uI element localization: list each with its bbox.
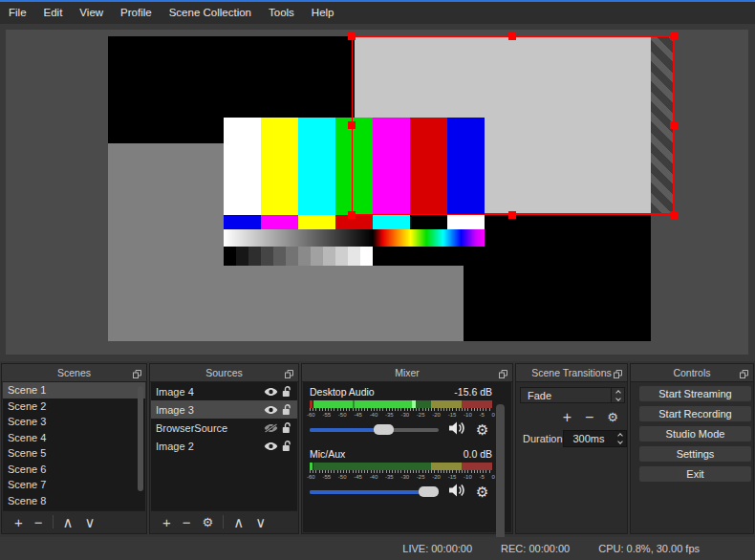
start-streaming-button[interactable]: Start Streaming [639, 386, 751, 401]
combo-spinner-arrows[interactable] [611, 388, 624, 402]
menu-file[interactable]: File [0, 2, 35, 24]
speaker-icon[interactable] [448, 420, 467, 440]
scenes-panel-title: Scenes [57, 367, 91, 378]
scene-list-item[interactable]: Scene 7 [3, 477, 145, 493]
preview-area [0, 24, 755, 361]
channel-name: Mic/Aux [310, 448, 345, 461]
visibility-hidden-eye-icon[interactable] [264, 423, 278, 433]
source-properties-gear-button[interactable]: ⚙ [197, 511, 220, 533]
black-fill [373, 247, 485, 266]
mixer-channel-desktop-audio: Desktop Audio -15.6 dB -60-55-50-45-40-3… [310, 386, 492, 437]
sources-panel-header[interactable]: Sources [150, 364, 298, 382]
source-list-item[interactable]: Image 4 [151, 382, 297, 400]
selection-handle-middle-right[interactable] [670, 121, 678, 129]
menu-bar: File Edit View Profile Scene Collection … [0, 2, 755, 24]
scenes-toolbar: + − ∧ ∨ [3, 510, 145, 532]
scene-list-item[interactable]: Scene 6 [3, 462, 145, 478]
float-dock-icon[interactable] [740, 369, 748, 380]
scene-list-item[interactable]: Scene 2 [3, 398, 145, 415]
transition-properties-gear-button[interactable]: ⚙ [600, 406, 625, 428]
scene-list-scrollbar[interactable] [138, 386, 143, 491]
volume-slider[interactable] [310, 428, 439, 432]
selection-bounding-box[interactable] [352, 36, 674, 215]
selection-handle-bottom-left[interactable] [348, 211, 356, 219]
scene-list-item[interactable]: Scene 5 [3, 445, 145, 462]
live-time-status: LIVE: 00:00:00 [402, 543, 472, 554]
scenes-panel-header[interactable]: Scenes [2, 364, 146, 382]
move-source-up-button[interactable]: ∧ [227, 511, 249, 533]
scene-list-item[interactable]: Scene 1 [3, 382, 145, 398]
selection-handle-top-left[interactable] [348, 32, 356, 40]
mixer-scrollbar[interactable] [496, 404, 505, 549]
selection-handle-top-middle[interactable] [508, 32, 516, 40]
scene-transitions-panel-title: Scene Transitions [531, 367, 611, 378]
selection-handle-top-right[interactable] [670, 32, 678, 40]
visibility-eye-icon[interactable] [264, 387, 278, 397]
unlock-icon[interactable] [282, 386, 292, 398]
unlock-icon[interactable] [282, 404, 292, 416]
transition-select[interactable]: Fade [520, 387, 625, 403]
add-source-button[interactable]: + [157, 511, 177, 533]
controls-panel-header[interactable]: Controls [631, 364, 753, 382]
exit-button[interactable]: Exit [639, 466, 751, 482]
studio-mode-button[interactable]: Studio Mode [639, 426, 751, 442]
chevron-up-icon [615, 390, 621, 396]
volume-slider[interactable] [310, 490, 439, 494]
scene-list-item[interactable]: Scene 3 [3, 414, 145, 430]
selection-handle-bottom-middle[interactable] [508, 211, 516, 219]
source-black-rectangle-bottom[interactable] [464, 215, 651, 341]
scene-transitions-panel: Scene Transitions Fade + − ⚙ Duration 30… [515, 363, 628, 534]
menu-profile[interactable]: Profile [112, 2, 161, 24]
remove-transition-button[interactable]: − [578, 406, 600, 428]
source-label: Image 2 [156, 441, 260, 452]
selection-handle-bottom-right[interactable] [670, 211, 678, 219]
selection-handle-middle-left[interactable] [348, 121, 356, 129]
visibility-eye-icon[interactable] [264, 405, 278, 415]
settings-button[interactable]: Settings [639, 446, 751, 462]
menu-scene-collection[interactable]: Scene Collection [161, 2, 260, 24]
duration-spinner-arrows[interactable] [614, 431, 626, 446]
move-scene-down-button[interactable]: ∨ [79, 511, 101, 533]
speaker-icon[interactable] [448, 483, 467, 502]
preview-canvas[interactable] [6, 30, 748, 355]
mixer-panel-title: Mixer [395, 367, 420, 378]
remove-scene-button[interactable]: − [29, 511, 49, 533]
channel-settings-gear-icon[interactable]: ⚙ [476, 485, 488, 499]
start-recording-button[interactable]: Start Recording [639, 406, 751, 421]
source-list-item[interactable]: Image 3 [151, 400, 297, 419]
float-dock-icon[interactable] [285, 369, 293, 380]
source-label: BrowserSource [156, 422, 260, 434]
channel-settings-gear-icon[interactable]: ⚙ [476, 423, 488, 437]
meter-scale-labels: -60-55-50-45-40-35-30-25-20-15-10-50 [307, 474, 495, 480]
visibility-eye-icon[interactable] [264, 442, 278, 451]
float-dock-icon[interactable] [499, 369, 507, 380]
float-dock-icon[interactable] [614, 369, 622, 380]
menu-tools[interactable]: Tools [260, 2, 303, 24]
scene-transitions-panel-header[interactable]: Scene Transitions [516, 364, 627, 382]
scenes-panel: Scenes Scene 1 Scene 2 Scene 3 Scene 4 S… [1, 363, 147, 534]
unlock-icon[interactable] [282, 422, 292, 434]
rainbow-gradient [373, 229, 485, 247]
menu-edit[interactable]: Edit [35, 2, 72, 24]
volume-slider-thumb[interactable] [419, 486, 439, 497]
menu-help[interactable]: Help [303, 2, 343, 24]
mixer-panel-header[interactable]: Mixer [302, 364, 512, 382]
channel-level-db: -15.6 dB [454, 386, 492, 398]
scene-list-item[interactable]: Scene 4 [3, 430, 145, 446]
move-source-down-button[interactable]: ∨ [249, 511, 271, 533]
unlock-icon[interactable] [282, 441, 292, 452]
source-list-item[interactable]: BrowserSource [151, 419, 297, 437]
float-dock-icon[interactable] [133, 369, 141, 380]
volume-meter [310, 400, 492, 408]
controls-panel: Controls Start Streaming Start Recording… [630, 363, 754, 534]
remove-source-button[interactable]: − [177, 511, 197, 533]
add-scene-button[interactable]: + [9, 511, 29, 533]
volume-slider-thumb[interactable] [374, 424, 394, 435]
add-transition-button[interactable]: + [556, 406, 578, 428]
sources-panel-title: Sources [205, 367, 243, 378]
source-list-item[interactable]: Image 2 [151, 437, 297, 455]
scene-list-item[interactable]: Scene 8 [3, 493, 145, 509]
duration-spinbox[interactable]: 300ms [563, 430, 627, 447]
menu-view[interactable]: View [71, 2, 112, 24]
move-scene-up-button[interactable]: ∧ [57, 511, 79, 533]
